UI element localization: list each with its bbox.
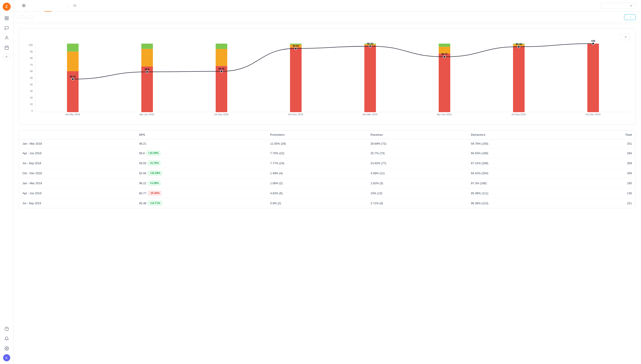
sidebar: Z + C <box>0 0 13 364</box>
cell-total: 269 <box>575 168 636 178</box>
table-row: Jan - Mar 2018 48.21 11.55% (29) 28.69% … <box>19 139 636 148</box>
avatar[interactable]: C <box>3 354 10 361</box>
table-row: Apr - Jun 2018 58.8 +10.59% 7.75% (22) 2… <box>19 148 636 158</box>
x-axis-label: Apr-Jun 2018 <box>140 113 154 116</box>
y-label-90: 90 <box>30 50 33 53</box>
delta-badge: +33.39% <box>148 171 162 175</box>
nps-value: 96.22 <box>139 182 146 185</box>
cell-period: Jan - Mar 2018 <box>19 139 136 148</box>
y-label-100: 100 <box>29 44 33 46</box>
delta-badge: +0.75% <box>148 161 160 165</box>
chart-section: 100 90 80 70 60 50 40 30 20 10 0 48.2158… <box>19 28 636 125</box>
nps-value: 95.48 <box>139 202 146 205</box>
col-total: Total <box>575 130 636 139</box>
svg-text:59.55: 59.55 <box>218 68 224 70</box>
cell-promoters: 11.55% (29) <box>267 139 367 148</box>
y-label-30: 30 <box>30 90 33 92</box>
svg-point-60 <box>295 48 297 50</box>
svg-rect-49 <box>513 46 524 112</box>
cell-promoters: 4.62% (6) <box>267 188 367 198</box>
chat-icon[interactable] <box>3 24 11 32</box>
svg-point-63 <box>518 46 520 48</box>
cell-period: Oct - Dec 2018 <box>19 168 136 178</box>
svg-text:92.94: 92.94 <box>293 44 299 47</box>
x-axis-label: Jul-Sep 2018 <box>214 113 228 116</box>
cell-nps: 58.8 +10.59% <box>136 148 267 158</box>
cell-detractors: 66.55% (189) <box>468 148 575 158</box>
plus-icon[interactable]: + <box>3 54 10 60</box>
logo[interactable]: Z <box>3 3 11 11</box>
svg-rect-45 <box>439 54 450 112</box>
bell-icon[interactable] <box>3 335 11 343</box>
nav-trends[interactable] <box>44 0 52 12</box>
period-selector[interactable] <box>620 34 630 40</box>
actions-button[interactable] <box>624 14 636 20</box>
nav-tags[interactable] <box>59 0 66 12</box>
svg-rect-14 <box>22 6 24 7</box>
svg-rect-29 <box>141 66 153 112</box>
cell-detractors: 94.42% (254) <box>468 168 575 178</box>
cell-passives: 4.09% (11) <box>367 168 468 178</box>
nav-snapshot[interactable] <box>19 0 30 12</box>
cell-passives: 2.71% (6) <box>367 198 468 208</box>
svg-rect-13 <box>24 4 25 5</box>
cell-period: Apr - Jun 2019 <box>19 188 136 198</box>
cell-promoters: 1.08% (2) <box>267 178 367 188</box>
person-icon[interactable] <box>3 34 11 42</box>
location-filter[interactable] <box>27 16 33 19</box>
svg-point-58 <box>146 71 148 73</box>
cell-detractors: 67.31% (208) <box>468 158 575 168</box>
nps-value: 59.55 <box>139 162 146 165</box>
filter-bar <box>13 12 641 23</box>
cell-promoters: 7.75% (22) <box>267 148 367 158</box>
date-range-filter[interactable] <box>19 16 24 19</box>
cell-promoters: 0.9% (2) <box>267 198 367 208</box>
nav-insights[interactable] <box>30 0 38 12</box>
cell-promoters: 1.49% (4) <box>267 168 367 178</box>
survey-selector[interactable] <box>600 3 636 9</box>
y-label-50: 50 <box>30 76 33 79</box>
grid-icon[interactable] <box>3 14 11 22</box>
cell-nps: 92.94 +33.39% <box>136 168 267 178</box>
y-label-20: 20 <box>30 96 33 99</box>
add-filter-button[interactable] <box>36 16 38 18</box>
delta-badge: +14.71% <box>148 201 162 205</box>
col-period <box>19 130 136 139</box>
y-label-70: 70 <box>30 64 33 66</box>
nps-value: 48.21 <box>139 142 146 145</box>
nps-value: 92.94 <box>139 172 146 175</box>
svg-rect-47 <box>439 44 450 47</box>
svg-point-64 <box>592 42 594 45</box>
delta-badge: -15.45% <box>148 191 161 195</box>
settings-icon[interactable] <box>3 344 11 352</box>
svg-rect-0 <box>5 17 6 18</box>
table-row: Jul - Sep 2019 95.48 +14.71% 0.9% (2) 2.… <box>19 198 636 208</box>
y-label-80: 80 <box>30 57 33 60</box>
delta-badge: +10.59% <box>146 151 160 155</box>
svg-rect-1 <box>7 17 8 18</box>
topnav <box>13 0 641 12</box>
nav-text[interactable] <box>52 0 59 12</box>
table-row: Oct - Dec 2018 92.94 +33.39% 1.49% (4) 4… <box>19 168 636 178</box>
svg-text:80.77: 80.77 <box>441 53 448 56</box>
svg-point-62 <box>443 56 446 58</box>
cell-detractors: 96.38% (213) <box>468 198 575 208</box>
x-axis-label: Jul-Sep 2019 <box>512 113 526 116</box>
y-label-40: 40 <box>30 83 33 86</box>
cell-period: Jul - Sep 2019 <box>19 198 136 208</box>
svg-text:48.21: 48.21 <box>70 75 76 78</box>
nav-build[interactable] <box>70 0 81 12</box>
help-icon[interactable] <box>3 325 11 333</box>
svg-rect-26 <box>67 52 78 71</box>
svg-rect-34 <box>216 49 227 66</box>
cell-total: 251 <box>575 139 636 148</box>
cell-passives: 10% (13) <box>367 188 468 198</box>
svg-point-11 <box>6 348 7 349</box>
cell-period: Apr - Jun 2018 <box>19 148 136 158</box>
table-row: Apr - Jun 2019 80.77 -15.45% 4.62% (6) 1… <box>19 188 636 198</box>
svg-rect-30 <box>141 49 153 66</box>
nav-inbox[interactable] <box>38 0 44 12</box>
calendar-icon[interactable] <box>3 44 11 52</box>
svg-point-61 <box>369 45 371 48</box>
y-label-10: 10 <box>30 103 33 106</box>
